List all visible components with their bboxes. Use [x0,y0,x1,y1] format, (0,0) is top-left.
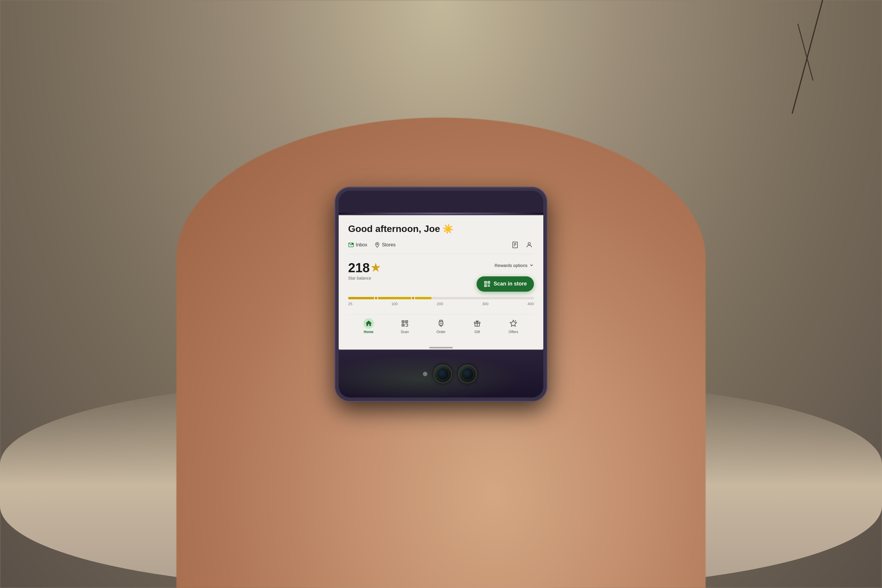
order-nav-label: Order [436,330,446,334]
camera-array [423,364,477,383]
milestone-300: 300 [482,302,489,306]
progress-labels: 25 100 200 300 400 [348,302,534,306]
scan-nav-label: Scan [401,330,409,334]
nav-scan[interactable]: Scan [393,318,417,334]
home-nav-label: Home [364,330,374,334]
nav-order[interactable]: Order [429,318,453,334]
star-count: 218 [348,261,369,275]
home-icon-bg [363,318,374,329]
rewards-options-label: Rewards options [495,263,527,268]
sun-emoji: ☀️ [442,224,453,234]
svg-rect-24 [402,325,404,326]
camera-inner-secondary [462,368,473,380]
profile-icon [526,242,533,248]
offers-star-icon [510,320,517,327]
star-balance-number: 218 ★ [348,261,380,275]
svg-rect-22 [402,321,404,322]
gift-icon [473,320,481,327]
star-balance-label: Star balance [348,276,380,280]
camera-lens-main [434,364,452,383]
scan-button-label: Scan in store [494,281,527,287]
progress-dot-100 [411,296,415,300]
top-nav-row: Inbox Stores [348,240,534,254]
milestone-25: 25 [348,302,352,306]
rewards-options-btn[interactable]: Rewards options [495,261,534,268]
progress-bar-fill [348,297,432,299]
screen-content: Good afternoon, Joe ☀️ Inbox [339,215,543,345]
svg-rect-16 [489,285,490,285]
nav-offers[interactable]: Offers [502,318,525,334]
order-icon-bg [436,318,446,329]
inbox-label: Inbox [356,242,367,248]
scan-in-store-button[interactable]: Scan in store [477,276,534,292]
offers-nav-label: Offers [508,330,518,334]
home-icon [365,320,372,327]
star-gold-icon: ★ [371,262,380,274]
hinge-line [339,213,543,214]
stores-nav-item[interactable]: Stores [374,242,395,248]
flash-dot [423,372,428,376]
greeting-text: Good afternoon, Joe ☀️ [348,224,534,234]
phone-wrapper: Good afternoon, Joe ☀️ Inbox [335,187,547,401]
svg-rect-18 [489,286,490,286]
profile-icon-btn[interactable] [525,240,534,250]
phone-top-half [339,191,543,214]
nav-home[interactable]: Home [357,318,380,334]
nav-right-icons [510,240,534,250]
gift-nav-label: Gift [474,330,480,334]
chevron-down-icon [529,263,534,267]
bottom-nav-bar: Home [348,314,534,336]
svg-rect-15 [488,285,489,285]
qr-code-icon [484,280,490,288]
progress-scan-section: Scan in store 25 100 200 [348,283,534,306]
svg-line-30 [440,326,442,326]
progress-dot-25 [374,296,378,300]
svg-point-1 [352,243,354,245]
inbox-nav-item[interactable]: Inbox [348,242,367,248]
inbox-icon [348,242,354,248]
receipt-icon [512,242,519,248]
receipt-icon-btn[interactable] [510,240,520,250]
camera-small-indicator [423,364,428,383]
svg-rect-28 [439,321,443,325]
star-balance-section: 218 ★ Star balance [348,261,380,280]
cup-icon [437,320,445,327]
milestone-400: 400 [527,302,534,306]
svg-rect-13 [485,285,486,286]
camera-lens-secondary [458,364,477,383]
offers-icon-bg [508,318,519,329]
gift-icon-bg [472,318,483,329]
svg-rect-23 [406,321,407,322]
svg-rect-17 [488,286,489,286]
scan-icon [401,320,409,327]
svg-line-36 [515,321,516,321]
camera-inner-main [437,368,448,380]
svg-rect-11 [485,282,486,283]
location-icon [374,242,380,248]
milestone-100: 100 [392,302,398,306]
greeting-label: Good afternoon, Joe [348,224,440,234]
scan-icon-bg [399,318,410,329]
progress-bar-container [348,297,534,299]
nav-gift[interactable]: Gift [465,318,489,334]
milestone-200: 200 [437,302,443,306]
home-pill-indicator [429,347,453,348]
svg-rect-12 [488,282,489,283]
phone-bottom-half [339,351,543,398]
home-pill-area [339,345,543,350]
phone-screen: Good afternoon, Joe ☀️ Inbox [339,215,543,350]
phone-outer-frame: Good afternoon, Joe ☀️ Inbox [335,187,547,401]
stores-label: Stores [382,242,395,248]
svg-point-2 [376,243,378,244]
svg-point-7 [528,243,530,245]
